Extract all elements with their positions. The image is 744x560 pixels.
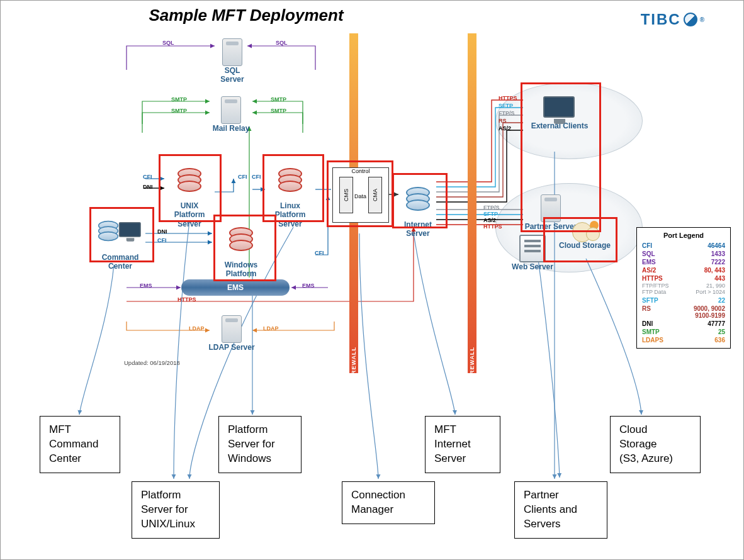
conn-smtp: SMTP — [270, 108, 287, 114]
conn-cfi: CFI — [142, 174, 153, 180]
legend-row: CFI46464 — [642, 242, 725, 250]
legend-row: SFTP22 — [642, 296, 725, 305]
db-icon — [276, 168, 305, 192]
conn-as2: AS/2 — [483, 217, 497, 223]
mail-relay-node: Mail Relay — [210, 96, 252, 133]
command-center-label: Command Center — [94, 253, 147, 271]
conn-ftps: FTP/S — [483, 204, 500, 211]
conn-cfi: CFI — [157, 237, 167, 244]
connection-manager-node: Control CMS Data CMA — [332, 167, 389, 223]
callout-unix-linux-ps: Platform Server for UNIX/Linux — [132, 481, 220, 539]
cm-control-label: Control — [333, 168, 388, 174]
firewall-right: FIREWALL — [468, 33, 476, 373]
legend-row: EMS7222 — [642, 258, 725, 266]
cm-cma-label: CMA — [372, 189, 378, 201]
conn-rs: RS — [498, 118, 507, 124]
updated-date: Updated: 06/19/2018 — [124, 359, 180, 366]
cm-cma-box: CMA — [368, 177, 382, 213]
conn-cfi: CFI — [237, 174, 248, 180]
conn-smtp: SMTP — [171, 108, 188, 114]
conn-sql: SQL — [162, 40, 175, 46]
cloud-icon — [568, 222, 601, 241]
conn-cfi: CFI — [251, 174, 262, 180]
cm-cms-box: CMS — [339, 177, 353, 213]
command-center-node: Command Center — [94, 210, 147, 280]
linux-ps-node: Linux Platform Server — [266, 159, 314, 237]
legend-row: DNI47777 — [642, 320, 725, 328]
unix-ps-node: UNIX Platform Server — [166, 159, 213, 237]
legend-row: SMTP25 — [642, 328, 725, 336]
page-title: Sample MFT Deployment — [1, 6, 492, 25]
legend-row: SQL1433 — [642, 250, 725, 258]
sql-server-label: SQL Server — [213, 66, 251, 84]
unix-ps-label: UNIX Platform Server — [166, 201, 213, 228]
conn-sql: SQL — [275, 40, 288, 46]
external-clients-node: External Clients — [528, 96, 591, 130]
brand-logo: TIBC ® — [641, 11, 706, 28]
server-icon — [222, 38, 242, 66]
diagram-page: Sample MFT Deployment TIBC ® — [0, 0, 744, 560]
monitor-icon — [543, 96, 576, 121]
legend-row: RS9000, 9002 9100-9199 — [642, 305, 725, 320]
web-server-node: Web Server — [505, 235, 560, 271]
callout-command-center: MFT Command Center — [40, 416, 120, 473]
conn-ldap: LDAP — [262, 325, 279, 332]
conn-dni: DNI — [142, 184, 154, 190]
cloud-storage-node: Cloud Storage — [555, 222, 615, 250]
conn-ftps: FTP/S — [498, 110, 516, 116]
mail-relay-label: Mail Relay — [210, 124, 252, 133]
cm-data-label: Data — [354, 193, 366, 199]
legend-row: AS/280, 443 — [642, 266, 725, 274]
db-icon — [227, 227, 256, 251]
legend-row: FTP/FTPS FTP Data21, 990 Port > 1024 — [642, 283, 725, 296]
callout-partners: Partner Clients and Servers — [514, 481, 607, 539]
firewall-label: FIREWALL — [351, 347, 357, 381]
internet-server-label: Internet Server — [396, 220, 440, 238]
cm-cms-label: CMS — [343, 189, 349, 201]
callout-cloud: Cloud Storage (S3, Azure) — [610, 416, 701, 473]
port-legend: Port Legend CFI46464SQL1433EMS7222AS/280… — [636, 227, 731, 349]
conn-https: HTTPS — [483, 223, 503, 230]
conn-https: HTTPS — [498, 95, 518, 101]
legend-row: HTTPS443 — [642, 274, 725, 283]
ems-node: EMS — [181, 279, 290, 296]
legend-row: LDAPS636 — [642, 336, 725, 344]
linux-ps-label: Linux Platform Server — [266, 201, 314, 228]
conn-ldap: LDAP — [188, 325, 205, 332]
conn-cfi: CFI — [314, 250, 325, 256]
web-server-label: Web Server — [505, 262, 560, 271]
conn-sftp: SFTP — [483, 211, 499, 217]
conn-ems: EMS — [139, 283, 153, 289]
conn-as2: AS/2 — [498, 125, 512, 132]
server-icon — [221, 96, 241, 124]
globe-icon — [684, 13, 697, 26]
conn-smtp: SMTP — [171, 96, 188, 103]
conn-https: HTTPS — [177, 296, 197, 303]
db-icon — [403, 187, 432, 211]
sql-server-node: SQL Server — [213, 38, 251, 84]
connections-layer — [1, 1, 744, 560]
registered-mark: ® — [700, 16, 706, 23]
brand-text: TIBC — [641, 11, 681, 28]
conn-smtp: SMTP — [270, 96, 287, 103]
callout-conn-mgr: Connection Manager — [342, 481, 435, 524]
web-server-icon — [519, 235, 546, 262]
internet-server-node: Internet Server — [396, 178, 440, 247]
db-icon — [175, 168, 204, 192]
ldap-server-node: LDAP Server — [207, 315, 256, 352]
server-icon — [541, 194, 561, 222]
legend-title: Port Legend — [642, 232, 725, 239]
firewall-label: FIREWALL — [469, 347, 475, 381]
callout-windows-ps: Platform Server for Windows — [218, 416, 302, 473]
conn-sftp: SFTP — [498, 103, 514, 109]
callout-internet-server: MFT Internet Server — [425, 416, 500, 473]
conn-ems: EMS — [302, 283, 315, 289]
server-icon — [222, 315, 242, 343]
command-center-icon — [94, 218, 147, 244]
ldap-server-label: LDAP Server — [207, 343, 256, 352]
conn-dni: DNI — [157, 228, 168, 235]
cloud-storage-label: Cloud Storage — [555, 241, 615, 250]
